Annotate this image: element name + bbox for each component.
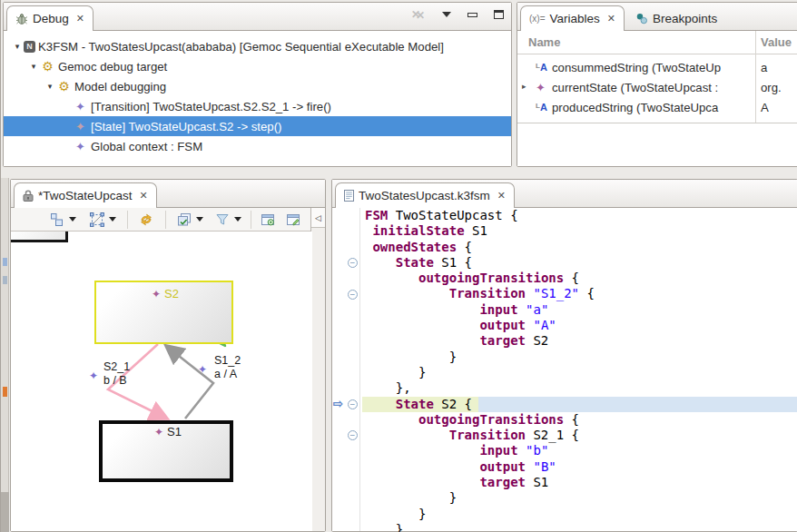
code-line[interactable]: output "B" [362, 459, 797, 475]
code-line[interactable]: Transition S2_1 { [362, 428, 797, 443]
code-line[interactable]: output "A" [362, 318, 797, 333]
code-line[interactable]: } [362, 522, 797, 532]
column-name[interactable]: Name [528, 35, 560, 49]
code-text-area[interactable]: FSM TwoStateUpcast { initialState S1 own… [362, 208, 797, 531]
palette-expand-icon[interactable]: ◁ [311, 208, 325, 228]
code-line[interactable]: } [362, 350, 797, 365]
expander-icon[interactable]: ▸ [522, 82, 526, 91]
diagram-canvas[interactable]: ✦ S2 ✦ S1 ✦ S2_1 b / B ✦ S1_2 a / A [11, 232, 312, 531]
state-label-S1[interactable]: ✦ S1 [154, 425, 182, 438]
code-line[interactable]: } [362, 507, 797, 522]
state-name: S2 [164, 287, 179, 300]
close-icon[interactable]: ✕ [140, 190, 148, 202]
tab-debug[interactable]: Debug ✕ [6, 5, 93, 31]
select-mode-icon[interactable] [89, 212, 104, 227]
code-keyword: output [479, 318, 526, 332]
debug-tree-row[interactable]: ▾K3FSM - TwoStatesUpcast(abababa) [Gemoc… [4, 36, 511, 56]
annotation-ruler[interactable] [332, 208, 347, 531]
view-menu-icon[interactable] [442, 12, 451, 17]
variable-row[interactable]: LAproducedString (TwoStateUpcaA [517, 98, 797, 118]
edit-element-icon[interactable] [285, 212, 300, 227]
variable-name: consummedString (TwoStateUp [552, 61, 753, 74]
diagram-editor-tabbar: *TwoStateUpcast ✕ [11, 180, 325, 208]
code-line[interactable]: initialState S1 [362, 223, 797, 239]
variable-row[interactable]: LAconsummedString (TwoStateUpa [517, 58, 797, 78]
filter-dropdown-icon[interactable] [234, 217, 241, 222]
variable-value: org. [761, 81, 782, 94]
close-icon[interactable]: ✕ [497, 190, 506, 202]
code-line[interactable]: outgoingTransitions { [362, 271, 797, 286]
show-element-icon[interactable] [260, 212, 275, 227]
code-line[interactable]: target S2 [362, 333, 797, 349]
code-keyword: ownedStates [372, 240, 457, 254]
expander-icon[interactable]: ▾ [27, 62, 40, 71]
code-line[interactable]: outgoingTransitions { [362, 412, 797, 428]
code-line[interactable]: ownedStates { [362, 240, 797, 255]
file-icon [344, 190, 354, 202]
debug-tree-row[interactable]: Global context : FSM [4, 136, 511, 156]
fold-collapse-icon[interactable] [348, 399, 358, 409]
debug-tree-row[interactable]: [Transition] TwoStateUpcast.S2.S2_1 -> f… [4, 96, 511, 116]
code-line[interactable]: Transition "S1_2" { [362, 286, 797, 301]
code-keyword: outgoingTransitions [418, 412, 564, 427]
tab-diagram-editor[interactable]: *TwoStateUpcast ✕ [14, 182, 157, 208]
remove-all-terminated-icon[interactable] [411, 8, 426, 21]
layers-icon[interactable] [176, 212, 192, 227]
maximize-icon[interactable] [494, 10, 504, 19]
fold-collapse-icon[interactable] [348, 430, 358, 440]
debug-tree-row[interactable]: ▾Gemoc debug target [4, 56, 511, 76]
tab-variables[interactable]: (x)= Variables ✕ [520, 5, 625, 31]
arrange-dropdown-icon[interactable] [69, 217, 76, 222]
code-keyword: Transition [449, 428, 526, 442]
expander-icon[interactable]: ▾ [11, 42, 24, 51]
close-icon[interactable]: ✕ [607, 13, 615, 25]
column-value[interactable]: Value [761, 35, 792, 49]
transition-edge-S1_2[interactable] [166, 346, 213, 419]
fold-collapse-icon[interactable] [348, 290, 358, 300]
tab-breakpoints[interactable]: Breakpoints [627, 5, 725, 31]
code-line[interactable]: State S1 { [362, 255, 797, 271]
debug-bug-icon [15, 13, 28, 25]
debug-tree-row[interactable]: [State] TwoStateUpcast.S2 -> step() [4, 116, 511, 136]
close-icon[interactable]: ✕ [76, 13, 84, 25]
code-line[interactable]: input "b" [362, 443, 797, 458]
code-string: "b" [526, 443, 548, 458]
code-line[interactable]: } [362, 365, 797, 380]
select-dropdown-icon[interactable] [109, 217, 116, 222]
fold-collapse-icon[interactable] [348, 258, 358, 268]
code-line[interactable]: }, [362, 380, 797, 396]
folding-ruler[interactable] [347, 208, 360, 531]
code-keyword: output [479, 459, 526, 474]
debug-tree-row[interactable]: ▾Model debugging [4, 76, 511, 96]
refresh-icon[interactable] [138, 212, 153, 227]
transition-label-S1_2[interactable]: S1_2 a / A [214, 354, 241, 381]
minimize-icon[interactable] [467, 13, 477, 17]
variable-row[interactable]: ▸currentState (TwoStateUpcast :org. [517, 78, 797, 98]
transition-label-S2_1[interactable]: S2_1 b / B [103, 360, 130, 388]
code-keyword: outgoingTransitions [418, 271, 564, 285]
tab-code-editor[interactable]: TwoStatesUpcast.k3fsm ✕ [335, 182, 515, 208]
code-line[interactable]: } [362, 490, 797, 506]
arrange-all-icon[interactable] [49, 212, 64, 227]
code-line[interactable]: target S1 [362, 475, 797, 490]
code-text [365, 459, 479, 474]
tab-code-editor-label: TwoStatesUpcast.k3fsm [359, 189, 490, 202]
filter-icon[interactable] [214, 212, 230, 227]
variable-detail-pane[interactable] [517, 123, 797, 166]
stackframe-current-icon [73, 120, 88, 133]
expander-icon[interactable]: ▾ [44, 82, 56, 91]
transition-name: S2_1 [103, 360, 130, 374]
variable-value: A [761, 101, 769, 114]
state-name: S1 [167, 425, 182, 438]
code-text: } [365, 490, 457, 505]
layers-dropdown-icon[interactable] [196, 217, 203, 222]
code-text: S2_1 { [526, 428, 579, 442]
code-line[interactable]: State S2 { [362, 397, 797, 412]
diagram-editor-panel: *TwoStateUpcast ✕ [10, 179, 326, 532]
code-text: } [365, 507, 426, 521]
state-label-S2[interactable]: ✦ S2 [152, 287, 179, 300]
tab-diagram-editor-label: *TwoStateUpcast [38, 189, 133, 202]
variable-value: a [761, 61, 767, 74]
code-line[interactable]: input "a" [362, 302, 797, 318]
code-line[interactable]: FSM TwoStateUpcast { [362, 208, 797, 223]
